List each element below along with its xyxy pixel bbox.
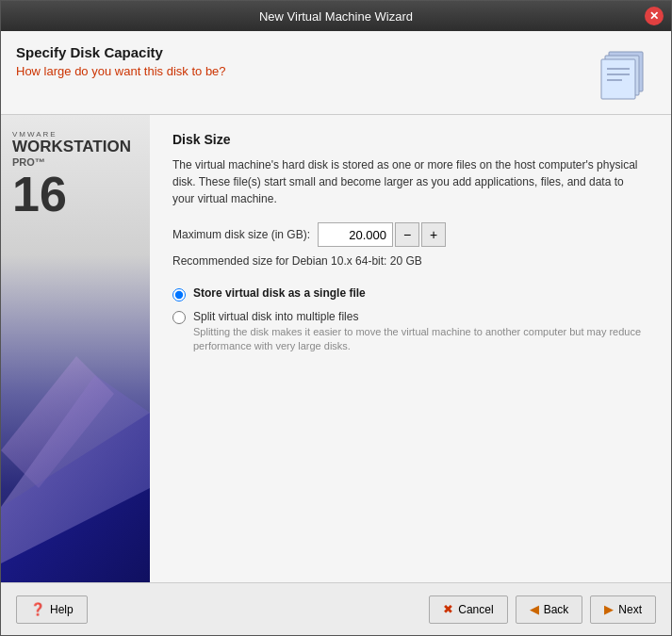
single-file-radio[interactable]: [172, 288, 186, 302]
svg-rect-2: [601, 59, 635, 99]
wizard-window: New Virtual Machine Wizard ✕ Specify Dis…: [0, 0, 672, 636]
disk-size-label: Maximum disk size (in GB):: [172, 228, 310, 241]
titlebar: New Virtual Machine Wizard ✕: [1, 1, 671, 31]
page-title: Specify Disk Capacity: [16, 44, 226, 60]
next-icon: ▶: [604, 602, 614, 616]
cancel-button[interactable]: ✖ Cancel: [429, 595, 507, 624]
close-button[interactable]: ✕: [645, 7, 664, 25]
single-file-label[interactable]: Store virtual disk as a single file: [193, 286, 366, 300]
multiple-files-text-group: Split virtual disk into multiple files S…: [193, 309, 648, 354]
disk-description: The virtual machine's hard disk is store…: [172, 156, 648, 207]
disk-size-input[interactable]: [318, 222, 393, 247]
header-area: Specify Disk Capacity How large do you w…: [1, 31, 671, 115]
multiple-files-radio[interactable]: [172, 311, 186, 324]
titlebar-title: New Virtual Machine Wizard: [27, 9, 645, 24]
storage-option-group: Store virtual disk as a single file Spli…: [172, 286, 648, 354]
multiple-files-sublabel: Splitting the disk makes it easier to mo…: [193, 325, 648, 354]
back-button[interactable]: ◀ Back: [516, 595, 583, 624]
back-label: Back: [544, 603, 569, 616]
single-file-option: Store virtual disk as a single file: [172, 286, 648, 302]
disk-size-heading: Disk Size: [172, 132, 648, 147]
increase-size-button[interactable]: +: [421, 222, 446, 247]
recommended-size-text: Recommended size for Debian 10.x 64-bit:…: [172, 254, 648, 268]
main-content: Disk Size The virtual machine's hard dis…: [150, 115, 671, 582]
cancel-label: Cancel: [458, 603, 493, 616]
header-icon: [596, 44, 656, 105]
multiple-files-option: Split virtual disk into multiple files S…: [172, 309, 648, 354]
sidebar: VMWARE WORKSTATION PRO™ 16: [1, 115, 150, 582]
help-label: Help: [50, 603, 74, 616]
footer-right: ✖ Cancel ◀ Back ▶ Next: [429, 595, 656, 624]
decrease-size-button[interactable]: −: [395, 222, 419, 247]
sidebar-workstation-label: WORKSTATION: [12, 139, 139, 156]
header-text: Specify Disk Capacity How large do you w…: [16, 44, 226, 78]
footer: ❓ Help ✖ Cancel ◀ Back ▶ Next: [1, 582, 671, 635]
multiple-files-label[interactable]: Split virtual disk into multiple files: [193, 310, 358, 323]
sidebar-pro-label: PRO™: [12, 156, 139, 168]
cancel-icon: ✖: [443, 602, 453, 616]
help-icon: ❓: [30, 602, 45, 616]
sidebar-brand: VMWARE WORKSTATION PRO™ 16: [12, 130, 139, 219]
back-icon: ◀: [530, 602, 539, 616]
help-button[interactable]: ❓ Help: [16, 595, 88, 624]
content-area: VMWARE WORKSTATION PRO™ 16: [1, 115, 671, 582]
sidebar-version: 16: [12, 170, 139, 219]
footer-left: ❓ Help: [16, 595, 429, 624]
next-label: Next: [618, 603, 642, 616]
disk-size-row: Maximum disk size (in GB): − +: [172, 222, 648, 247]
sidebar-decoration: [1, 300, 150, 582]
next-button[interactable]: ▶ Next: [590, 595, 656, 624]
page-subtitle: How large do you want this disk to be?: [16, 64, 226, 78]
